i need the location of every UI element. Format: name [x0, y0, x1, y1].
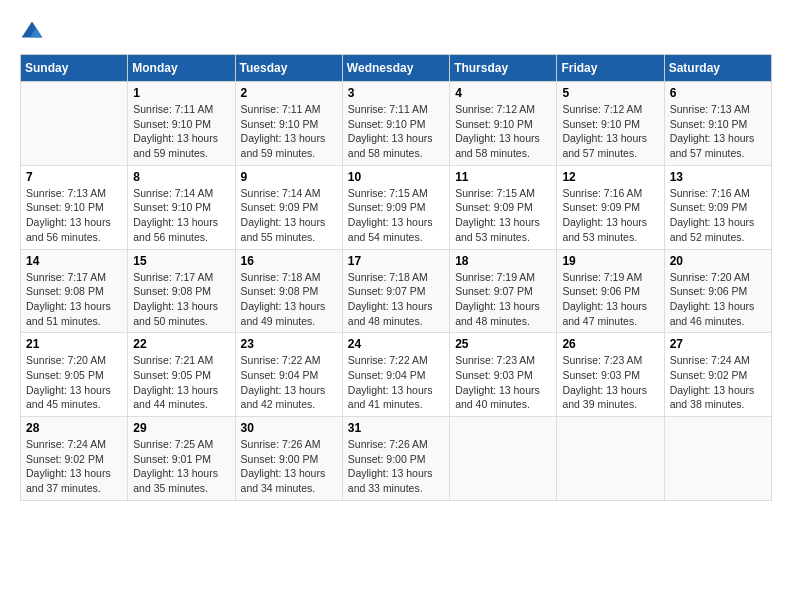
calendar-cell: 25Sunrise: 7:23 AMSunset: 9:03 PMDayligh…: [450, 333, 557, 417]
calendar-cell: 5Sunrise: 7:12 AMSunset: 9:10 PMDaylight…: [557, 82, 664, 166]
calendar-header-wednesday: Wednesday: [342, 55, 449, 82]
day-number: 3: [348, 86, 444, 100]
calendar-cell: 23Sunrise: 7:22 AMSunset: 9:04 PMDayligh…: [235, 333, 342, 417]
day-number: 17: [348, 254, 444, 268]
calendar-cell: 14Sunrise: 7:17 AMSunset: 9:08 PMDayligh…: [21, 249, 128, 333]
calendar-cell: 9Sunrise: 7:14 AMSunset: 9:09 PMDaylight…: [235, 165, 342, 249]
day-detail: Sunrise: 7:15 AMSunset: 9:09 PMDaylight:…: [455, 186, 551, 245]
calendar-cell: 16Sunrise: 7:18 AMSunset: 9:08 PMDayligh…: [235, 249, 342, 333]
calendar-cell: [21, 82, 128, 166]
day-detail: Sunrise: 7:17 AMSunset: 9:08 PMDaylight:…: [26, 270, 122, 329]
day-detail: Sunrise: 7:17 AMSunset: 9:08 PMDaylight:…: [133, 270, 229, 329]
day-detail: Sunrise: 7:20 AMSunset: 9:05 PMDaylight:…: [26, 353, 122, 412]
day-number: 9: [241, 170, 337, 184]
day-detail: Sunrise: 7:11 AMSunset: 9:10 PMDaylight:…: [348, 102, 444, 161]
calendar-cell: 30Sunrise: 7:26 AMSunset: 9:00 PMDayligh…: [235, 417, 342, 501]
calendar-cell: 1Sunrise: 7:11 AMSunset: 9:10 PMDaylight…: [128, 82, 235, 166]
day-number: 10: [348, 170, 444, 184]
calendar-week-row: 1Sunrise: 7:11 AMSunset: 9:10 PMDaylight…: [21, 82, 772, 166]
logo: [20, 20, 48, 44]
day-number: 22: [133, 337, 229, 351]
day-number: 2: [241, 86, 337, 100]
calendar-cell: 27Sunrise: 7:24 AMSunset: 9:02 PMDayligh…: [664, 333, 771, 417]
day-number: 20: [670, 254, 766, 268]
calendar-header-saturday: Saturday: [664, 55, 771, 82]
calendar-cell: 29Sunrise: 7:25 AMSunset: 9:01 PMDayligh…: [128, 417, 235, 501]
calendar-week-row: 7Sunrise: 7:13 AMSunset: 9:10 PMDaylight…: [21, 165, 772, 249]
calendar-cell: 6Sunrise: 7:13 AMSunset: 9:10 PMDaylight…: [664, 82, 771, 166]
calendar-cell: [450, 417, 557, 501]
day-number: 14: [26, 254, 122, 268]
day-number: 27: [670, 337, 766, 351]
calendar-cell: 22Sunrise: 7:21 AMSunset: 9:05 PMDayligh…: [128, 333, 235, 417]
day-detail: Sunrise: 7:15 AMSunset: 9:09 PMDaylight:…: [348, 186, 444, 245]
day-number: 25: [455, 337, 551, 351]
calendar-header-sunday: Sunday: [21, 55, 128, 82]
day-detail: Sunrise: 7:14 AMSunset: 9:09 PMDaylight:…: [241, 186, 337, 245]
calendar-cell: [557, 417, 664, 501]
day-number: 21: [26, 337, 122, 351]
day-detail: Sunrise: 7:11 AMSunset: 9:10 PMDaylight:…: [241, 102, 337, 161]
day-detail: Sunrise: 7:24 AMSunset: 9:02 PMDaylight:…: [670, 353, 766, 412]
calendar-cell: 17Sunrise: 7:18 AMSunset: 9:07 PMDayligh…: [342, 249, 449, 333]
day-detail: Sunrise: 7:12 AMSunset: 9:10 PMDaylight:…: [562, 102, 658, 161]
calendar-week-row: 21Sunrise: 7:20 AMSunset: 9:05 PMDayligh…: [21, 333, 772, 417]
day-number: 13: [670, 170, 766, 184]
day-number: 16: [241, 254, 337, 268]
calendar-header-monday: Monday: [128, 55, 235, 82]
day-detail: Sunrise: 7:14 AMSunset: 9:10 PMDaylight:…: [133, 186, 229, 245]
day-number: 30: [241, 421, 337, 435]
day-number: 26: [562, 337, 658, 351]
calendar-table: SundayMondayTuesdayWednesdayThursdayFrid…: [20, 54, 772, 501]
day-detail: Sunrise: 7:26 AMSunset: 9:00 PMDaylight:…: [348, 437, 444, 496]
day-detail: Sunrise: 7:22 AMSunset: 9:04 PMDaylight:…: [348, 353, 444, 412]
day-detail: Sunrise: 7:23 AMSunset: 9:03 PMDaylight:…: [455, 353, 551, 412]
day-detail: Sunrise: 7:12 AMSunset: 9:10 PMDaylight:…: [455, 102, 551, 161]
calendar-cell: 13Sunrise: 7:16 AMSunset: 9:09 PMDayligh…: [664, 165, 771, 249]
calendar-cell: 7Sunrise: 7:13 AMSunset: 9:10 PMDaylight…: [21, 165, 128, 249]
day-detail: Sunrise: 7:20 AMSunset: 9:06 PMDaylight:…: [670, 270, 766, 329]
day-detail: Sunrise: 7:21 AMSunset: 9:05 PMDaylight:…: [133, 353, 229, 412]
page-header: [20, 20, 772, 44]
day-detail: Sunrise: 7:13 AMSunset: 9:10 PMDaylight:…: [670, 102, 766, 161]
calendar-cell: 11Sunrise: 7:15 AMSunset: 9:09 PMDayligh…: [450, 165, 557, 249]
calendar-week-row: 14Sunrise: 7:17 AMSunset: 9:08 PMDayligh…: [21, 249, 772, 333]
day-number: 5: [562, 86, 658, 100]
day-detail: Sunrise: 7:18 AMSunset: 9:08 PMDaylight:…: [241, 270, 337, 329]
day-number: 4: [455, 86, 551, 100]
day-number: 6: [670, 86, 766, 100]
calendar-cell: 2Sunrise: 7:11 AMSunset: 9:10 PMDaylight…: [235, 82, 342, 166]
day-detail: Sunrise: 7:11 AMSunset: 9:10 PMDaylight:…: [133, 102, 229, 161]
day-number: 29: [133, 421, 229, 435]
calendar-header-friday: Friday: [557, 55, 664, 82]
calendar-cell: [664, 417, 771, 501]
day-number: 1: [133, 86, 229, 100]
day-detail: Sunrise: 7:13 AMSunset: 9:10 PMDaylight:…: [26, 186, 122, 245]
day-number: 15: [133, 254, 229, 268]
day-detail: Sunrise: 7:19 AMSunset: 9:06 PMDaylight:…: [562, 270, 658, 329]
calendar-cell: 4Sunrise: 7:12 AMSunset: 9:10 PMDaylight…: [450, 82, 557, 166]
day-detail: Sunrise: 7:19 AMSunset: 9:07 PMDaylight:…: [455, 270, 551, 329]
day-number: 19: [562, 254, 658, 268]
calendar-cell: 12Sunrise: 7:16 AMSunset: 9:09 PMDayligh…: [557, 165, 664, 249]
calendar-cell: 20Sunrise: 7:20 AMSunset: 9:06 PMDayligh…: [664, 249, 771, 333]
calendar-header-thursday: Thursday: [450, 55, 557, 82]
day-number: 24: [348, 337, 444, 351]
day-number: 7: [26, 170, 122, 184]
day-number: 18: [455, 254, 551, 268]
day-detail: Sunrise: 7:16 AMSunset: 9:09 PMDaylight:…: [670, 186, 766, 245]
calendar-cell: 28Sunrise: 7:24 AMSunset: 9:02 PMDayligh…: [21, 417, 128, 501]
day-detail: Sunrise: 7:18 AMSunset: 9:07 PMDaylight:…: [348, 270, 444, 329]
day-number: 11: [455, 170, 551, 184]
day-detail: Sunrise: 7:24 AMSunset: 9:02 PMDaylight:…: [26, 437, 122, 496]
day-detail: Sunrise: 7:16 AMSunset: 9:09 PMDaylight:…: [562, 186, 658, 245]
day-detail: Sunrise: 7:26 AMSunset: 9:00 PMDaylight:…: [241, 437, 337, 496]
calendar-cell: 26Sunrise: 7:23 AMSunset: 9:03 PMDayligh…: [557, 333, 664, 417]
day-number: 8: [133, 170, 229, 184]
day-detail: Sunrise: 7:25 AMSunset: 9:01 PMDaylight:…: [133, 437, 229, 496]
calendar-cell: 10Sunrise: 7:15 AMSunset: 9:09 PMDayligh…: [342, 165, 449, 249]
day-number: 28: [26, 421, 122, 435]
day-number: 12: [562, 170, 658, 184]
calendar-cell: 8Sunrise: 7:14 AMSunset: 9:10 PMDaylight…: [128, 165, 235, 249]
calendar-cell: 19Sunrise: 7:19 AMSunset: 9:06 PMDayligh…: [557, 249, 664, 333]
